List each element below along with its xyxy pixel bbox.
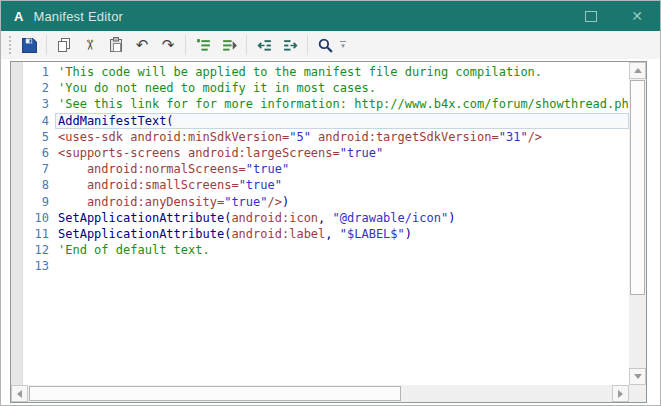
- scroll-left-button[interactable]: [11, 385, 28, 402]
- comment-icon: [195, 37, 212, 54]
- selection-margin: [11, 62, 23, 385]
- outdent-button[interactable]: [252, 33, 276, 57]
- line-number: 1: [23, 64, 55, 80]
- code-line-4[interactable]: AddManifestText(: [55, 113, 629, 129]
- save-icon: [21, 37, 38, 54]
- toolbar-separator: [307, 35, 308, 55]
- paste-icon: [108, 37, 124, 53]
- horizontal-scroll-thumb[interactable]: [29, 386, 401, 401]
- code-line-11[interactable]: SetApplicationAttribute(android:label, "…: [55, 226, 629, 242]
- arrow-down-icon: [634, 374, 642, 379]
- toolbar-separator: [185, 35, 186, 55]
- app-logo-icon: A: [14, 9, 23, 24]
- scrollbar-corner: [629, 385, 646, 402]
- code-line-12[interactable]: 'End of default text.: [55, 242, 629, 258]
- line-number: 4: [23, 113, 55, 129]
- line-number: 12: [23, 242, 55, 258]
- save-button[interactable]: [17, 33, 41, 57]
- scroll-up-button[interactable]: [629, 62, 646, 79]
- cut-button[interactable]: ✂: [78, 33, 102, 57]
- scroll-right-button[interactable]: [612, 385, 629, 402]
- scroll-down-button[interactable]: [629, 368, 646, 385]
- indent-icon: [282, 37, 299, 54]
- code-line-6[interactable]: <supports-screens android:largeScreens="…: [55, 145, 629, 161]
- maximize-icon: [585, 11, 597, 22]
- line-number: 3: [23, 96, 55, 112]
- toolbar-overflow-button[interactable]: ▾: [340, 41, 346, 50]
- search-button[interactable]: [313, 33, 337, 57]
- code-line-10[interactable]: SetApplicationAttribute(android:icon, "@…: [55, 210, 629, 226]
- code-line-7[interactable]: android:normalScreens="true": [55, 161, 629, 177]
- uncomment-button[interactable]: [217, 33, 241, 57]
- vertical-scrollbar[interactable]: [629, 62, 646, 385]
- horizontal-scrollbar[interactable]: [11, 385, 629, 402]
- outdent-icon: [256, 37, 273, 54]
- code-line-2[interactable]: 'You do not need to modify it in most ca…: [55, 80, 629, 96]
- code-line-1[interactable]: 'This code will be applied to the manife…: [55, 64, 629, 80]
- search-icon: [317, 37, 334, 54]
- scissors-icon: ✂: [82, 39, 98, 51]
- copy-icon: [56, 37, 72, 53]
- code-line-5[interactable]: <uses-sdk android:minSdkVersion="5" andr…: [55, 129, 629, 145]
- arrow-left-icon: [17, 390, 22, 398]
- line-number: 13: [23, 258, 55, 274]
- indent-button[interactable]: [278, 33, 302, 57]
- vertical-scroll-thumb[interactable]: [630, 80, 645, 295]
- code-editor[interactable]: 12345678910111213 'This code will be app…: [10, 61, 647, 403]
- line-number: 6: [23, 145, 55, 161]
- arrow-up-icon: [634, 68, 642, 73]
- chevron-down-icon: ▾: [341, 43, 345, 50]
- line-number: 11: [23, 226, 55, 242]
- redo-icon: ↷: [162, 38, 175, 53]
- window-title: Manifest Editor: [33, 9, 123, 24]
- manifest-editor-window: A Manifest Editor ✕ ✂: [0, 0, 661, 406]
- paste-button[interactable]: [104, 33, 128, 57]
- comment-button[interactable]: [191, 33, 215, 57]
- line-number: 9: [23, 194, 55, 210]
- code-line-3[interactable]: 'See this link for for more information:…: [55, 96, 629, 112]
- maximize-button[interactable]: [568, 1, 614, 31]
- code-line-8[interactable]: android:smallScreens="true": [55, 177, 629, 193]
- arrow-right-icon: [618, 390, 623, 398]
- uncomment-icon: [221, 37, 238, 54]
- line-numbers: 12345678910111213: [23, 62, 55, 385]
- undo-icon: ↶: [136, 38, 149, 53]
- code-line-13[interactable]: [55, 258, 629, 274]
- code-lines[interactable]: 'This code will be applied to the manife…: [55, 62, 629, 385]
- line-number: 10: [23, 210, 55, 226]
- line-number: 8: [23, 177, 55, 193]
- line-number: 2: [23, 80, 55, 96]
- toolbar-separator: [46, 35, 47, 55]
- toolbar: ✂ ↶ ↷: [1, 31, 660, 59]
- toolbar-grip[interactable]: [9, 36, 11, 54]
- redo-button[interactable]: ↷: [156, 33, 180, 57]
- close-icon: ✕: [631, 9, 643, 23]
- copy-button[interactable]: [52, 33, 76, 57]
- undo-button[interactable]: ↶: [130, 33, 154, 57]
- close-button[interactable]: ✕: [614, 1, 660, 31]
- code-line-9[interactable]: android:anyDensity="true"/>): [55, 194, 629, 210]
- title-bar[interactable]: A Manifest Editor ✕: [1, 1, 660, 31]
- toolbar-separator: [246, 35, 247, 55]
- line-number: 5: [23, 129, 55, 145]
- line-number: 7: [23, 161, 55, 177]
